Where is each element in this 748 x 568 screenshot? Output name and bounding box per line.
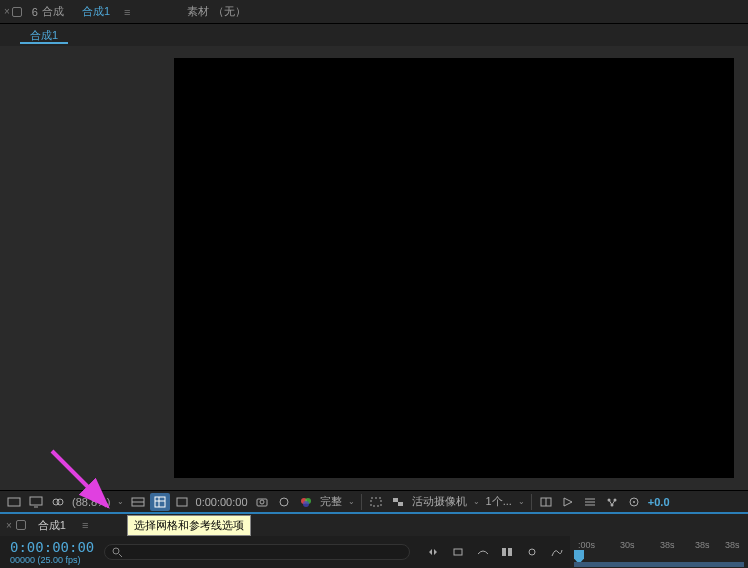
active-composition-tab[interactable]: 合成1 — [74, 1, 118, 22]
svg-point-6 — [57, 499, 63, 505]
tooltip: 选择网格和参考线选项 — [127, 515, 251, 536]
ruler-tick: 38s — [695, 540, 710, 550]
transparency-grid-icon[interactable] — [388, 493, 408, 511]
fast-preview-icon[interactable] — [558, 493, 578, 511]
zoom-level[interactable]: (88.8%) — [70, 496, 113, 508]
current-time[interactable]: 0:00:00:00 — [194, 496, 250, 508]
svg-rect-38 — [508, 548, 512, 556]
views-label[interactable]: 1个... — [484, 494, 514, 509]
frame-blend-icon[interactable] — [498, 543, 517, 561]
viewer-toolbar: (88.8%) ⌄ 0:00:00:00 完整 ⌄ 活动摄像机 ⌄ 1个... … — [0, 490, 748, 514]
ruler-tick: :00s — [578, 540, 595, 550]
svg-rect-2 — [8, 498, 20, 506]
close-panel-icon[interactable]: × — [4, 6, 10, 17]
footage-label: 素材 — [187, 4, 209, 19]
always-preview-icon[interactable] — [4, 493, 24, 511]
resolution-button-icon[interactable] — [128, 493, 148, 511]
svg-point-39 — [529, 549, 535, 555]
snapshot-icon[interactable] — [252, 493, 272, 511]
timeline-panel: × 合成1 ≡ 选择网格和参考线选项 0:00:00:00 00000 (25.… — [0, 514, 748, 568]
composition-viewer — [0, 46, 748, 490]
draft3d-icon[interactable] — [449, 543, 468, 561]
timeline-header-mid — [420, 536, 570, 568]
views-dropdown-icon[interactable]: ⌄ — [516, 497, 527, 506]
svg-point-33 — [633, 501, 635, 503]
current-timecode[interactable]: 0:00:00:00 — [10, 539, 94, 555]
zoom-dropdown-icon[interactable]: ⌄ — [115, 497, 126, 506]
footage-tab[interactable]: 素材 （无） — [179, 1, 254, 22]
composition-panel-tabs: × 6 合成 合成1 ≡ 素材 （无） — [0, 0, 748, 24]
tab-label: 合成 — [42, 4, 64, 19]
timeline-tab[interactable]: 合成1 — [30, 516, 74, 535]
timeline-marker-icon — [16, 520, 26, 530]
svg-rect-37 — [502, 548, 506, 556]
svg-line-35 — [119, 554, 122, 557]
grid-guides-button[interactable] — [150, 493, 170, 511]
timeline-close-icon[interactable]: × — [6, 520, 12, 531]
timeline-icon[interactable] — [580, 493, 600, 511]
work-area-bar[interactable] — [574, 562, 744, 567]
svg-rect-9 — [155, 497, 165, 507]
svg-point-18 — [303, 501, 309, 507]
svg-point-14 — [260, 500, 264, 504]
svg-rect-21 — [398, 502, 403, 506]
tab-menu-icon[interactable]: ≡ — [120, 6, 134, 18]
timeline-header-left: 0:00:00:00 00000 (25.00 fps) — [0, 536, 420, 568]
ruler-tick: 38s — [725, 540, 740, 550]
roi-icon[interactable] — [366, 493, 386, 511]
monitor-icon[interactable] — [26, 493, 46, 511]
camera-label[interactable]: 活动摄像机 — [410, 494, 469, 509]
composition-tab-prefix[interactable]: 6 合成 — [24, 1, 72, 22]
mask-icon[interactable] — [48, 493, 68, 511]
shy-icon[interactable] — [473, 543, 492, 561]
svg-rect-12 — [177, 498, 187, 506]
timeline-header: 0:00:00:00 00000 (25.00 fps) :00s 30s 38… — [0, 536, 748, 568]
svg-rect-20 — [393, 498, 398, 502]
search-icon — [111, 546, 122, 558]
exposure-value[interactable]: +0.0 — [646, 496, 672, 508]
time-ruler[interactable]: :00s 30s 38s 38s 38s — [570, 536, 748, 568]
composition-preview — [174, 58, 734, 478]
ruler-tick: 38s — [660, 540, 675, 550]
preview-area[interactable] — [0, 46, 748, 490]
timeline-ruler-area[interactable]: :00s 30s 38s 38s 38s — [570, 536, 748, 568]
search-input[interactable] — [127, 546, 403, 558]
panel-marker-icon — [12, 7, 22, 17]
svg-point-15 — [280, 498, 288, 506]
svg-rect-19 — [371, 498, 381, 506]
resolution-dropdown-icon[interactable]: ⌄ — [346, 497, 357, 506]
svg-rect-3 — [30, 497, 42, 505]
composition-breadcrumb: 合成1 — [0, 24, 748, 46]
mask-visibility-icon[interactable] — [172, 493, 192, 511]
show-snapshot-icon[interactable] — [274, 493, 294, 511]
timeline-menu-icon[interactable]: ≡ — [78, 519, 92, 531]
resolution-label[interactable]: 完整 — [318, 494, 344, 509]
graph-editor-icon[interactable] — [547, 543, 566, 561]
svg-rect-36 — [454, 549, 462, 555]
timeline-tabs: × 合成1 ≡ 选择网格和参考线选项 — [0, 514, 748, 536]
breadcrumb-item[interactable]: 合成1 — [20, 26, 68, 44]
pixel-aspect-icon[interactable] — [536, 493, 556, 511]
motion-blur-icon[interactable] — [523, 543, 542, 561]
frame-info: 00000 (25.00 fps) — [10, 555, 94, 565]
svg-line-31 — [612, 500, 615, 505]
channel-icon[interactable] — [296, 493, 316, 511]
svg-point-34 — [113, 548, 119, 554]
comp-mini-flowchart-icon[interactable] — [424, 543, 443, 561]
footage-value: （无） — [213, 4, 246, 19]
ruler-tick: 30s — [620, 540, 635, 550]
svg-line-30 — [609, 500, 612, 505]
camera-dropdown-icon[interactable]: ⌄ — [471, 497, 482, 506]
layer-search[interactable] — [104, 544, 410, 560]
reset-exposure-icon[interactable] — [624, 493, 644, 511]
flowchart-icon[interactable] — [602, 493, 622, 511]
